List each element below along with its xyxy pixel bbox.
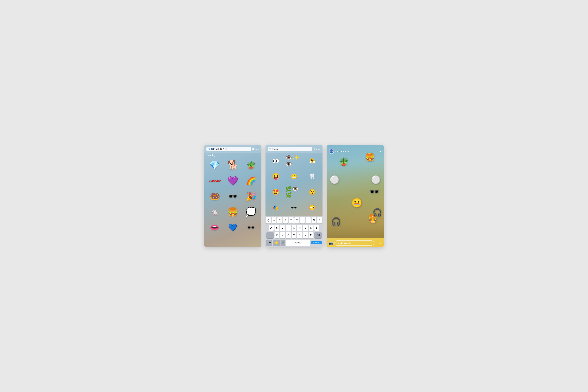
- key-e[interactable]: E: [277, 217, 282, 224]
- face-sticker-7[interactable]: 🤩: [267, 184, 285, 200]
- story-people-bg: [327, 163, 384, 238]
- key-emoji[interactable]: 🙂: [273, 240, 280, 246]
- keyboard-row-2: A S D F G H J K L: [266, 224, 322, 232]
- face-sticker-9[interactable]: 😲: [303, 184, 321, 200]
- face-sticker-2[interactable]: 👁️✨👁️: [285, 153, 303, 168]
- sticker-pixel-heart[interactable]: 💙: [224, 220, 242, 235]
- story-progress-fill: [328, 146, 361, 146]
- key-f[interactable]: F: [286, 225, 291, 231]
- key-b[interactable]: B: [297, 232, 302, 238]
- screen1-giphy-trending: 🔍 Search GIPHY Cancel Trending 💎: [204, 145, 261, 247]
- face-sticker-10[interactable]: 🎭: [267, 200, 285, 215]
- keyboard: Q W E R T Y U I O P A S D: [266, 216, 322, 247]
- cancel-button-1[interactable]: Cancel: [252, 148, 259, 150]
- sticker-sunglasses[interactable]: 🕶️: [224, 189, 242, 204]
- key-s[interactable]: S: [275, 225, 279, 231]
- face-sticker-12[interactable]: 😳: [303, 200, 321, 215]
- key-mic[interactable]: 🎤: [281, 240, 285, 246]
- face-sticker-5[interactable]: 😬: [285, 169, 303, 184]
- sticker-heart[interactable]: 💜: [224, 173, 242, 188]
- face-sticker-4[interactable]: 😝: [267, 169, 285, 184]
- sticker-dog[interactable]: 🐕: [224, 158, 242, 173]
- message-placeholder: Send message: [337, 242, 351, 244]
- story-bottom-bar: 📷 Send message ··· ➤: [327, 239, 384, 247]
- key-d[interactable]: D: [280, 225, 285, 231]
- sticker-rainbow[interactable]: 🌈: [242, 173, 260, 188]
- sticker-7million[interactable]: 7000000: [206, 173, 223, 188]
- search-placeholder-1: Search GIPHY: [211, 148, 249, 150]
- key-r[interactable]: R: [283, 217, 288, 224]
- story-close-button[interactable]: ×: [380, 150, 382, 153]
- cancel-button-2[interactable]: Cancel: [313, 148, 320, 150]
- sticker-lips[interactable]: 👄: [206, 220, 223, 235]
- key-123[interactable]: 123: [266, 240, 272, 246]
- screenshots-container: 🔍 Search GIPHY Cancel Trending 💎: [204, 145, 384, 247]
- sticker-crystal[interactable]: 💎: [206, 158, 223, 173]
- key-a[interactable]: A: [269, 225, 274, 231]
- search-value-2: faces: [272, 148, 311, 150]
- sticker-donut[interactable]: 🍩: [206, 189, 223, 204]
- key-space[interactable]: space: [286, 240, 310, 246]
- story-header: 👤 chrisrobinp 14h ×: [327, 147, 384, 155]
- key-j[interactable]: J: [303, 225, 308, 231]
- face-sticker-6[interactable]: 🦷: [303, 169, 321, 184]
- sticker-mouse[interactable]: 🐁: [206, 204, 223, 220]
- keyboard-row-1: Q W E R T Y U I O P: [266, 216, 322, 224]
- key-delete[interactable]: ⌫: [314, 232, 322, 238]
- key-x[interactable]: X: [280, 232, 285, 238]
- key-c[interactable]: C: [286, 232, 291, 238]
- sticker-plant[interactable]: 🪴: [242, 158, 260, 173]
- screen3-instagram-story: 🍔 🪴 ⚪ ⚪ 😬 🍔 🎧 🎧 🕶️ 👤 chrisrobinp 14h: [327, 145, 384, 247]
- story-avatar[interactable]: 👤: [329, 149, 334, 154]
- keyboard-row-3: ⬆ Z X C V B N M ⌫: [266, 232, 322, 239]
- story-time: 14h: [348, 150, 351, 152]
- sticker-cloud[interactable]: 💭: [242, 204, 260, 220]
- story-camera-button[interactable]: 📷: [329, 241, 333, 245]
- sticker-rainbow-glasses[interactable]: 🕶️: [242, 220, 260, 235]
- face-sticker-3[interactable]: 😤: [303, 153, 321, 168]
- key-n[interactable]: N: [303, 232, 308, 238]
- sticker-burger[interactable]: 🍔: [224, 204, 242, 220]
- key-shift[interactable]: ⬆: [266, 232, 274, 238]
- key-v[interactable]: V: [292, 232, 296, 238]
- story-user-info: chrisrobinp 14h: [335, 150, 351, 152]
- face-sticker-1[interactable]: 👀: [267, 153, 285, 168]
- key-u[interactable]: U: [300, 217, 305, 224]
- key-l[interactable]: L: [314, 225, 319, 231]
- story-username: chrisrobinp: [335, 150, 347, 152]
- key-h[interactable]: H: [297, 225, 302, 231]
- sticker-party-hat[interactable]: 🎉: [242, 189, 260, 204]
- keyboard-bottom-row: 123 🙂 🎤 space Search: [266, 239, 322, 247]
- story-more-button[interactable]: ···: [376, 241, 378, 244]
- key-i[interactable]: I: [306, 217, 311, 224]
- search-bar-1: 🔍 Search GIPHY Cancel: [204, 145, 261, 153]
- search-bar-2: 🔍 faces Cancel: [266, 145, 322, 153]
- search-icon: 🔍: [208, 148, 210, 150]
- screen2-faces-search: 🔍 faces Cancel 👀 👁️✨👁️: [266, 145, 322, 247]
- story-message-input[interactable]: Send message: [334, 240, 374, 246]
- key-o[interactable]: O: [312, 217, 316, 224]
- key-k[interactable]: K: [309, 225, 313, 231]
- face-sticker-11[interactable]: 🕶️: [285, 200, 303, 215]
- key-y[interactable]: Y: [294, 217, 299, 224]
- search-input-wrap-2[interactable]: 🔍 faces: [268, 146, 312, 151]
- search-button[interactable]: Search: [311, 241, 322, 244]
- key-p[interactable]: P: [317, 217, 322, 224]
- story-send-button[interactable]: ➤: [379, 241, 382, 245]
- search-input-wrap-1[interactable]: 🔍 Search GIPHY: [206, 146, 251, 152]
- trending-label: Trending: [204, 153, 261, 157]
- sticker-grid-1: 💎 🐕 🪴 7000000 💜: [204, 157, 261, 236]
- key-z[interactable]: Z: [275, 232, 279, 238]
- search-icon-2: 🔍: [269, 148, 272, 150]
- key-w[interactable]: W: [272, 217, 276, 224]
- key-m[interactable]: M: [309, 232, 313, 238]
- key-t[interactable]: T: [289, 217, 294, 224]
- key-g[interactable]: G: [292, 225, 296, 231]
- face-sticker-8[interactable]: 🌿👁️🌿: [285, 184, 303, 200]
- key-q[interactable]: Q: [266, 217, 271, 224]
- story-progress-bar: [328, 146, 382, 146]
